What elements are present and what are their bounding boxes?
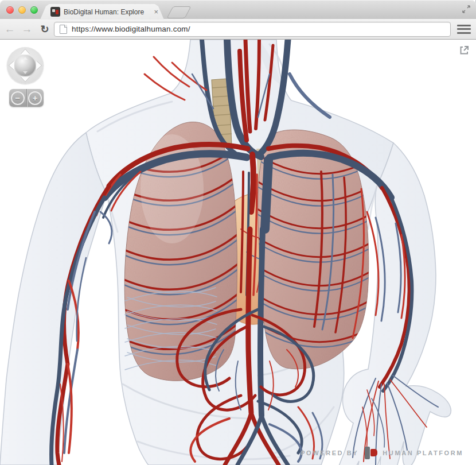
pan-right-icon[interactable] (36, 61, 41, 70)
browser-tab[interactable]: BioDigital Human: Explore × (40, 4, 164, 20)
rotate-up-icon (23, 57, 28, 60)
minus-icon: − (11, 91, 25, 105)
minimize-button[interactable] (18, 6, 26, 14)
biodigital-favicon-icon (50, 7, 60, 17)
browser-window: BioDigital Human: Explore × ← → ↻ https:… (0, 0, 476, 465)
rotate-ball[interactable] (15, 55, 36, 76)
anatomy-3d-view[interactable] (0, 40, 476, 465)
pan-rotate-control[interactable] (7, 47, 44, 84)
address-bar[interactable]: https://www.biodigitalhuman.com/ (54, 22, 451, 37)
powered-by-bar: POWERED BY HUMAN PLATFORM (301, 446, 463, 460)
zoom-in-button[interactable]: + (26, 89, 44, 107)
zoom-controls: − + (9, 89, 44, 107)
powered-by-label: POWERED BY (301, 450, 358, 456)
biodigital-logo-icon (364, 446, 377, 460)
menu-icon[interactable] (457, 24, 471, 35)
reload-button[interactable]: ↻ (38, 23, 52, 36)
zoom-button[interactable] (30, 6, 38, 14)
rotate-down-icon (23, 71, 28, 74)
url-text[interactable]: https://www.biodigitalhuman.com/ (72, 25, 190, 33)
forward-button[interactable]: → (19, 24, 34, 34)
back-button[interactable]: ← (2, 24, 17, 34)
zoom-out-button[interactable]: − (9, 89, 26, 107)
close-button[interactable] (6, 6, 14, 14)
pan-down-icon[interactable] (21, 76, 30, 82)
external-link-icon[interactable] (459, 45, 470, 56)
pan-up-icon[interactable] (21, 49, 30, 55)
fullscreen-expand-icon[interactable] (462, 5, 471, 14)
new-tab-button[interactable] (166, 6, 191, 18)
platform-label: HUMAN PLATFORM (383, 450, 463, 456)
page-icon (60, 25, 67, 34)
window-controls (6, 6, 38, 14)
tab-close-icon[interactable]: × (154, 8, 158, 16)
tab-strip: BioDigital Human: Explore × (0, 0, 476, 19)
pan-left-icon[interactable] (9, 61, 14, 70)
browser-toolbar: ← → ↻ https://www.biodigitalhuman.com/ (0, 19, 476, 40)
viewport: − + POWERED BY HUMAN PLATFORM (0, 40, 476, 465)
tab-title: BioDigital Human: Explore (64, 8, 151, 16)
plus-icon: + (28, 91, 42, 105)
